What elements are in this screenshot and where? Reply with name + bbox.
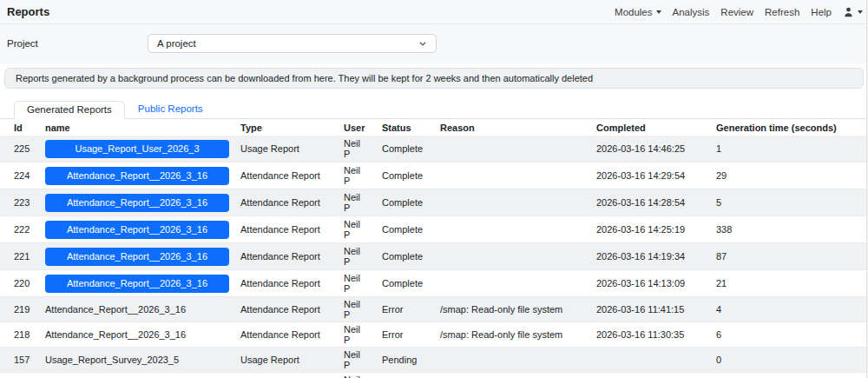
nav-item-modules[interactable]: Modules xyxy=(615,7,661,17)
column-header-id: Id xyxy=(0,119,38,136)
cell-name: Usage_Report_Survey_2023_5 xyxy=(38,348,233,373)
page-title: Reports xyxy=(7,5,49,18)
cell-completed: 2026-03-16 14:46:25 xyxy=(589,136,709,162)
cell-type: Attendance Report xyxy=(233,297,337,322)
cell-type: Attendance Report xyxy=(233,322,337,348)
cell-user: Neil P xyxy=(337,322,375,348)
report-download-button[interactable]: Attendance_Report__2026_3_16 xyxy=(45,194,229,212)
cell-user: Neil P xyxy=(337,373,375,378)
cell-type: Attendance Report xyxy=(233,216,337,243)
cell-reason xyxy=(433,216,589,243)
report-download-button[interactable]: Attendance_Report__2026_3_16 xyxy=(45,167,229,185)
table-row: 220 Attendance_Report__2026_3_16 Attenda… xyxy=(0,270,868,297)
cell-type: Usage Report xyxy=(233,136,337,162)
caret-down-icon xyxy=(858,10,863,14)
cell-generation-time: 6 xyxy=(709,322,868,348)
cell-id: 79 xyxy=(0,373,38,378)
cell-completed xyxy=(589,348,709,373)
table-row: 79 locations_Administrator Distance trav… xyxy=(0,373,868,378)
chevron-down-icon xyxy=(418,39,427,48)
app-navbar: Reports Modules Analysis Review Refresh … xyxy=(0,0,868,24)
cell-status: Error xyxy=(375,297,433,322)
nav-menu: Modules Analysis Review Refresh Help xyxy=(615,6,863,17)
tab-public-reports[interactable]: Public Reports xyxy=(125,100,216,118)
cell-generation-time: 21 xyxy=(709,270,868,297)
cell-name: Attendance_Report__2026_3_16 xyxy=(38,189,233,216)
cell-reason: /smap: Read-only file system xyxy=(433,322,589,348)
user-account-menu[interactable] xyxy=(843,6,863,17)
cell-status: Complete xyxy=(375,189,433,216)
cell-user: Neil P xyxy=(337,270,375,297)
table-row: 218 Attendance_Report__2026_3_16 Attenda… xyxy=(0,322,868,348)
project-select[interactable]: A project xyxy=(148,34,437,53)
cell-id: 219 xyxy=(0,297,38,322)
cell-type: Usage Report xyxy=(233,348,337,373)
report-download-button[interactable]: Attendance_Report__2026_3_16 xyxy=(45,275,229,293)
cell-id: 225 xyxy=(0,136,38,162)
cell-status: Error xyxy=(375,322,433,348)
column-header-status: Status xyxy=(375,119,433,136)
cell-reason xyxy=(433,162,589,189)
caret-down-icon xyxy=(656,10,661,14)
cell-reason: /smap: Read-only file system xyxy=(433,297,589,322)
cell-type: Distance travelled xyxy=(233,373,337,378)
cell-status: Pending xyxy=(375,373,433,378)
cell-reason xyxy=(433,189,589,216)
cell-generation-time: 0 xyxy=(709,348,868,373)
table-row: 221 Attendance_Report__2026_3_16 Attenda… xyxy=(0,243,868,270)
cell-user: Neil P xyxy=(337,136,375,162)
report-download-button[interactable]: Attendance_Report__2026_3_16 xyxy=(45,248,229,266)
cell-status: Complete xyxy=(375,162,433,189)
nav-item-analysis[interactable]: Analysis xyxy=(673,7,710,17)
cell-id: 223 xyxy=(0,189,38,216)
column-header-type: Type xyxy=(233,119,337,136)
cell-id: 224 xyxy=(0,162,38,189)
cell-status: Complete xyxy=(375,270,433,297)
cell-user: Neil P xyxy=(337,297,375,322)
cell-generation-time: 5 xyxy=(709,189,868,216)
column-header-reason: Reason xyxy=(433,119,589,136)
cell-name: Attendance_Report__2026_3_16 xyxy=(38,243,233,270)
cell-name: Usage_Report_User_2026_3 xyxy=(38,136,233,162)
cell-name: Attendance_Report__2026_3_16 xyxy=(38,322,233,348)
column-header-user: User xyxy=(337,119,375,136)
cell-status: Complete xyxy=(375,243,433,270)
table-row: 219 Attendance_Report__2026_3_16 Attenda… xyxy=(0,297,868,322)
cell-type: Attendance Report xyxy=(233,270,337,297)
report-download-button[interactable]: Attendance_Report__2026_3_16 xyxy=(45,221,229,239)
cell-type: Attendance Report xyxy=(233,189,337,216)
cell-generation-time: 1 xyxy=(709,136,868,162)
cell-reason xyxy=(433,348,589,373)
cell-completed: 2026-03-16 14:28:54 xyxy=(589,189,709,216)
cell-name: Attendance_Report__2026_3_16 xyxy=(38,270,233,297)
notice-banner: Reports generated by a background proces… xyxy=(4,68,864,89)
report-table-body: 225 Usage_Report_User_2026_3 Usage Repor… xyxy=(0,136,868,378)
cell-completed: 2026-03-16 11:30:35 xyxy=(589,322,709,348)
cell-status: Complete xyxy=(375,136,433,162)
report-download-button[interactable]: Usage_Report_User_2026_3 xyxy=(45,140,229,158)
project-label: Project xyxy=(7,38,148,49)
nav-item-help[interactable]: Help xyxy=(811,7,832,17)
cell-id: 157 xyxy=(0,348,38,373)
nav-item-review[interactable]: Review xyxy=(720,7,753,17)
cell-status: Pending xyxy=(375,348,433,373)
header-area: Reports Modules Analysis Review Refresh … xyxy=(0,0,868,63)
cell-id: 218 xyxy=(0,322,38,348)
cell-generation-time: 0 xyxy=(709,373,868,378)
cell-name: Attendance_Report__2026_3_16 xyxy=(38,297,233,322)
cell-type: Attendance Report xyxy=(233,162,337,189)
tab-generated-reports[interactable]: Generated Reports xyxy=(14,101,125,119)
cell-id: 222 xyxy=(0,216,38,243)
nav-item-refresh[interactable]: Refresh xyxy=(765,7,799,17)
cell-reason xyxy=(433,243,589,270)
cell-name: Attendance_Report__2026_3_16 xyxy=(38,162,233,189)
cell-user: Neil P xyxy=(337,189,375,216)
cell-completed: 2026-03-16 14:25:19 xyxy=(589,216,709,243)
cell-user: Neil P xyxy=(337,162,375,189)
cell-user: Neil P xyxy=(337,216,375,243)
cell-name: Attendance_Report__2026_3_16 xyxy=(38,216,233,243)
cell-status: Complete xyxy=(375,216,433,243)
table-row: 224 Attendance_Report__2026_3_16 Attenda… xyxy=(0,162,868,189)
cell-reason xyxy=(433,373,589,378)
cell-generation-time: 338 xyxy=(709,216,868,243)
